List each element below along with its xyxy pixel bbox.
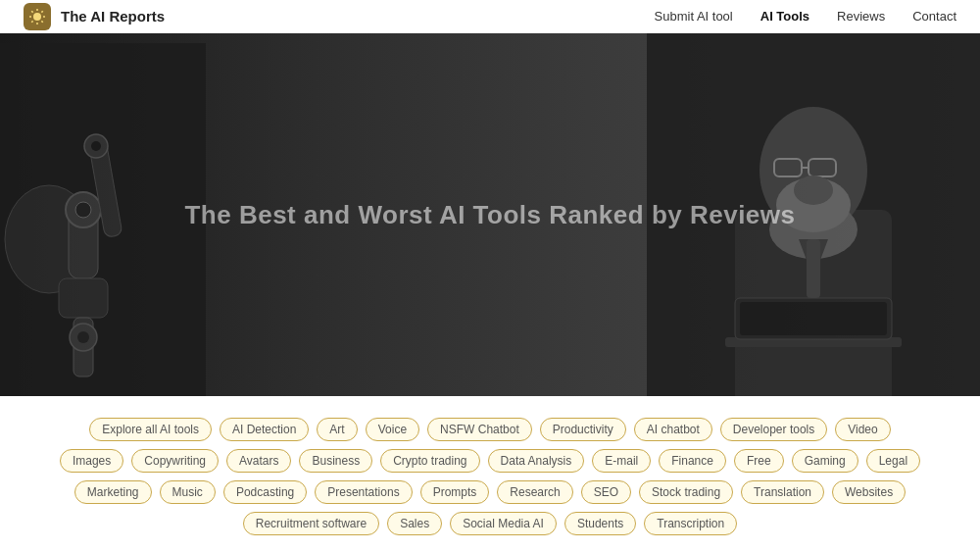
tag-pill[interactable]: Crypto trading [380, 449, 479, 473]
nav-contact[interactable]: Contact [912, 9, 956, 24]
tag-pill[interactable]: Explore all AI tools [89, 418, 212, 441]
svg-point-20 [91, 141, 101, 151]
nav-submit-ai-tool[interactable]: Submit AI tool [655, 9, 733, 24]
svg-point-17 [77, 331, 89, 343]
tag-pill[interactable]: Finance [659, 449, 726, 473]
logo-icon [24, 3, 51, 30]
tag-pill[interactable]: Recruitment software [243, 512, 379, 535]
tag-pill[interactable]: Students [564, 512, 636, 535]
tag-pill[interactable]: Copywriting [131, 449, 219, 473]
hero-section: The Best and Worst AI Tools Ranked by Re… [0, 33, 980, 396]
tag-pill[interactable]: Video [835, 418, 890, 441]
tag-pill[interactable]: Stock trading [639, 480, 733, 504]
tag-pill[interactable]: Research [497, 480, 572, 504]
hero-title: The Best and Worst AI Tools Ranked by Re… [184, 200, 795, 230]
svg-rect-14 [59, 278, 108, 318]
tag-pill[interactable]: Sales [387, 512, 442, 535]
tag-pill[interactable]: Marketing [74, 480, 152, 504]
tag-pill[interactable]: Prompts [420, 480, 490, 504]
tag-pill[interactable]: Business [299, 449, 372, 473]
tag-pill[interactable]: Translation [741, 480, 824, 504]
tag-pill[interactable]: Art [317, 418, 357, 441]
tag-pill[interactable]: Presentations [315, 480, 412, 504]
tag-pill[interactable]: Productivity [540, 418, 626, 441]
tag-pill[interactable]: Legal [866, 449, 920, 473]
tag-pill[interactable]: Images [60, 449, 123, 473]
tag-pill[interactable]: E-mail [592, 449, 651, 473]
tag-pill[interactable]: Gaming [792, 449, 858, 473]
tag-pill[interactable]: Avatars [226, 449, 291, 473]
header: The AI Reports Submit AI tool AI Tools R… [0, 0, 980, 33]
tag-pill[interactable]: SEO [581, 480, 631, 504]
tag-pill[interactable]: Music [160, 480, 216, 504]
logo-text: The AI Reports [61, 8, 165, 25]
tag-pill[interactable]: Free [734, 449, 784, 473]
svg-point-0 [33, 13, 41, 21]
robot-arm-decoration [0, 43, 206, 396]
tag-pill[interactable]: Transcription [644, 512, 737, 535]
tag-pill[interactable]: Podcasting [223, 480, 307, 504]
svg-line-8 [31, 21, 32, 22]
tag-pill[interactable]: Voice [366, 418, 419, 441]
tag-pill[interactable]: Websites [832, 480, 906, 504]
svg-line-5 [31, 11, 32, 12]
tags-section: Explore all AI toolsAI DetectionArtVoice… [0, 396, 980, 549]
tag-pill[interactable]: Data Analysis [488, 449, 585, 473]
logo-area: The AI Reports [24, 3, 165, 30]
nav-ai-tools[interactable]: AI Tools [760, 9, 809, 24]
tag-pill[interactable]: Social Media AI [450, 512, 557, 535]
svg-point-13 [75, 202, 91, 218]
tag-pill[interactable]: Developer tools [720, 418, 827, 441]
svg-line-6 [41, 21, 42, 22]
svg-line-7 [41, 11, 42, 12]
tag-pill[interactable]: NSFW Chatbot [427, 418, 532, 441]
main-nav: Submit AI tool AI Tools Reviews Contact [655, 9, 956, 24]
nav-reviews[interactable]: Reviews [837, 9, 885, 24]
tag-pill[interactable]: AI chatbot [634, 418, 712, 441]
tag-pill[interactable]: AI Detection [220, 418, 309, 441]
